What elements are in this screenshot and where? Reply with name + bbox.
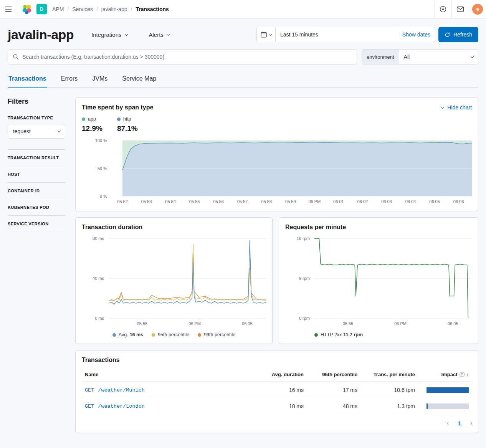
charts-row: Transaction duration 80 ms40 ms0 ms 05:5… [75, 217, 478, 344]
breadcrumb-service-name[interactable]: javalin-app [101, 6, 127, 12]
column-header-tpm[interactable]: Trans. per minute [360, 367, 418, 382]
legend-app[interactable]: app [82, 116, 102, 122]
tab-errors[interactable]: Errors [60, 71, 79, 88]
x-axis-labels: 05:5506 PM06:05 [109, 321, 266, 327]
show-dates-link[interactable]: Show dates [398, 31, 435, 38]
chevron-right-icon [469, 422, 472, 425]
chevron-down-icon [124, 32, 127, 35]
legend-95th[interactable]: 95th percentile [152, 332, 189, 337]
transactions-table-panel: Transactions Name Avg. duration 95th per… [75, 350, 478, 433]
page-number[interactable]: 1 [458, 420, 461, 427]
environment-filter: environment All [362, 49, 478, 64]
menu-button[interactable] [0, 0, 17, 18]
tab-transactions[interactable]: Transactions [8, 71, 47, 88]
legend-99th[interactable]: 99th percentile [198, 332, 235, 337]
legend-avg[interactable]: Avg. 16 ms [112, 332, 143, 337]
breadcrumb-separator: / [131, 6, 132, 12]
environment-label: environment [362, 50, 399, 64]
requests-per-minute-panel: Requests per minute 18 rpm9 rpm0 rpm 05:… [279, 217, 478, 344]
transaction-link-london[interactable]: GET/weather/London [85, 403, 145, 409]
tpm-value: 10.6 tpm [360, 382, 418, 398]
legend-http[interactable]: http [117, 116, 138, 122]
quick-select-button[interactable] [257, 27, 276, 42]
p99-swatch [198, 333, 201, 337]
hide-chart-link[interactable]: Hide chart [441, 104, 472, 111]
tab-service-map[interactable]: Service Map [121, 71, 157, 88]
span-type-title: Time spent by span type [82, 104, 153, 111]
tab-jvms[interactable]: JVMs [91, 71, 108, 88]
x-axis-labels: 05:5205:5305:5405:5505:5605:5705:5805:59… [122, 199, 472, 205]
service-tabs: Transactions Errors JVMs Service Map [8, 71, 478, 88]
integrations-label: Integrations [91, 31, 121, 38]
chart-plot: 05:5205:5305:5405:5505:5605:5705:5805:59… [122, 141, 472, 205]
tpm-value: 1.3 tpm [360, 398, 418, 414]
deployment-button[interactable] [435, 0, 451, 18]
transaction-link-munich[interactable]: GET/weather/Munich [85, 387, 145, 393]
refresh-button[interactable]: Refresh [438, 27, 478, 42]
column-header-95th[interactable]: 95th percentile [307, 367, 360, 382]
info-icon[interactable]: ? [460, 372, 465, 377]
search-input[interactable] [22, 54, 352, 60]
p95-label: 95th percentile [158, 332, 189, 337]
newsfeed-button[interactable] [452, 0, 469, 18]
p95-value: 48 ms [307, 398, 360, 414]
app-swatch [82, 117, 85, 121]
pagination: 1 [82, 420, 472, 427]
environment-select[interactable]: All [399, 50, 478, 64]
http-2xx-swatch [314, 333, 318, 337]
chevron-left-icon [447, 422, 450, 425]
chevron-down-icon [471, 55, 474, 58]
integrations-menu[interactable]: Integrations [91, 31, 127, 38]
main-content: Time spent by span type Hide chart app [75, 98, 478, 433]
filter-service-version[interactable]: SERVICE VERSION [8, 215, 65, 232]
mail-icon [457, 7, 464, 12]
previous-page-button[interactable] [447, 422, 450, 425]
duration-legend: Avg. 16 ms 95th percentile 99th percenti… [82, 332, 266, 337]
chevron-down-icon [269, 32, 272, 35]
apm-transactions-page: D APM / Services / javalin-app / Transac… [0, 0, 486, 448]
breadcrumb-separator: / [96, 6, 98, 12]
page-title: javalin-app [8, 27, 74, 42]
transaction-type-select[interactable]: request [8, 124, 65, 139]
filter-kubernetes-pod[interactable]: KUBERNETES POD [8, 199, 65, 215]
next-page-button[interactable] [469, 422, 472, 425]
sort-descending-icon: ↓ [466, 372, 469, 377]
filter-transaction-result[interactable]: TRANSACTION RESULT [8, 149, 65, 166]
chevron-down-icon [167, 32, 170, 35]
column-header-impact[interactable]: Impact ? ↓ [418, 367, 472, 382]
calendar-icon [261, 31, 267, 38]
impact-label: Impact [441, 372, 458, 377]
alerts-label: Alerts [149, 31, 164, 38]
rpm-legend: HTTP 2xx 11.7 rpm [285, 332, 472, 337]
filter-container-id[interactable]: CONTAINER ID [8, 182, 65, 199]
date-picker: Last 15 minutes Show dates [256, 27, 435, 42]
y-axis-labels: 80 ms40 ms0 ms [82, 238, 109, 327]
legend-http-2xx[interactable]: HTTP 2xx 11.7 rpm [314, 332, 363, 337]
breadcrumb-apm[interactable]: APM [52, 6, 64, 12]
search-icon [13, 54, 19, 60]
avg-value: 16 ms [130, 332, 143, 337]
topbar-actions: e [434, 0, 486, 18]
breadcrumb-services[interactable]: Services [72, 6, 93, 12]
column-header-avg-duration[interactable]: Avg. duration [261, 367, 307, 382]
table-row: GET/weather/Munich 16 ms 17 ms 10.6 tpm [82, 382, 472, 398]
time-range-value[interactable]: Last 15 minutes [276, 31, 398, 38]
column-header-name[interactable]: Name [82, 367, 261, 382]
alerts-menu[interactable]: Alerts [149, 31, 169, 38]
elastic-logo[interactable] [17, 4, 36, 14]
breadcrumb: APM / Services / javalin-app / Transacti… [52, 6, 169, 12]
chevron-down-icon [441, 105, 444, 108]
legend-http-label: http [123, 116, 131, 122]
environment-value: All [404, 54, 410, 60]
chevron-down-icon [58, 129, 61, 132]
span-type-panel: Time spent by span type Hide chart app [75, 98, 478, 211]
p95-value: 17 ms [307, 382, 360, 398]
filter-host[interactable]: HOST [8, 166, 65, 182]
space-badge[interactable]: D [36, 4, 47, 14]
avg-duration-value: 18 ms [261, 398, 307, 414]
y-axis-labels: 18 rpm9 rpm0 rpm [285, 238, 314, 327]
chart-plot: 05:5506 PM06:05 [314, 238, 472, 327]
avatar: e [472, 4, 483, 15]
avg-duration-value: 16 ms [261, 382, 307, 398]
user-menu-button[interactable]: e [469, 0, 486, 18]
